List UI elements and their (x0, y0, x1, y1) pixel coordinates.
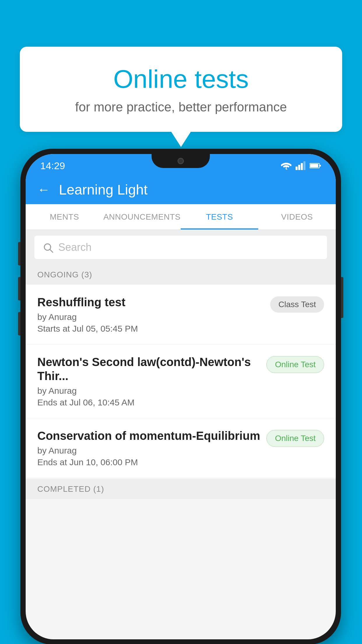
tab-videos[interactable]: VIDEOS (258, 204, 336, 230)
search-bar[interactable]: Search (34, 236, 327, 259)
test-item-1[interactable]: Reshuffling test by Anurag Starts at Jul… (26, 285, 336, 344)
status-time: 14:29 (40, 160, 65, 172)
phone-outer: 14:29 (20, 149, 341, 644)
test-author-2: by Anurag (37, 386, 261, 396)
test-time-1: Starts at Jul 05, 05:45 PM (37, 324, 264, 334)
phone-mockup: 14:29 (20, 149, 341, 644)
tests-list: Reshuffling test by Anurag Starts at Jul… (26, 285, 336, 478)
silent-button (18, 312, 20, 335)
phone-screen: 14:29 (26, 154, 336, 639)
volume-up-button (18, 242, 20, 265)
power-button (341, 277, 343, 318)
svg-rect-5 (310, 164, 318, 167)
svg-rect-3 (303, 161, 305, 170)
test-info-1: Reshuffling test by Anurag Starts at Jul… (37, 295, 270, 334)
test-badge-3: Online Test (266, 430, 324, 447)
search-icon (43, 241, 54, 253)
app-title: Learning Light (59, 182, 147, 198)
svg-rect-2 (301, 163, 303, 170)
test-name-1: Reshuffling test (37, 295, 264, 309)
tab-ments[interactable]: MENTS (26, 204, 103, 230)
completed-section-header: COMPLETED (1) (26, 479, 336, 499)
test-item-3[interactable]: Conservation of momentum-Equilibrium by … (26, 418, 336, 478)
svg-rect-6 (319, 165, 321, 167)
search-placeholder: Search (58, 241, 92, 253)
back-button[interactable]: ← (37, 182, 50, 197)
test-info-3: Conservation of momentum-Equilibrium by … (37, 429, 266, 467)
signal-icon (296, 161, 305, 170)
tab-announcements[interactable]: ANNOUNCEMENTS (103, 204, 181, 230)
battery-icon (310, 162, 321, 169)
volume-down-button (18, 277, 20, 300)
front-camera (178, 158, 184, 164)
bubble-title: Online tests (43, 64, 319, 94)
tabs-container: MENTS ANNOUNCEMENTS TESTS VIDEOS (26, 204, 336, 230)
ongoing-section-header: ONGOING (3) (26, 265, 336, 285)
svg-line-8 (50, 250, 53, 252)
speech-bubble: Online tests for more practice, better p… (20, 47, 342, 132)
tab-tests[interactable]: TESTS (181, 204, 258, 230)
test-author-3: by Anurag (37, 446, 261, 456)
status-icons (281, 161, 321, 170)
test-badge-2: Online Test (266, 356, 324, 373)
test-name-2: Newton's Second law(contd)-Newton's Thir… (37, 355, 261, 383)
speech-bubble-container: Online tests for more practice, better p… (20, 47, 342, 132)
test-time-2: Ends at Jul 06, 10:45 AM (37, 398, 261, 407)
test-info-2: Newton's Second law(contd)-Newton's Thir… (37, 355, 266, 407)
svg-rect-0 (296, 167, 298, 170)
test-time-3: Ends at Jun 10, 06:00 PM (37, 457, 261, 467)
wifi-icon (281, 162, 291, 170)
svg-point-7 (44, 244, 51, 250)
test-badge-1: Class Test (270, 296, 324, 313)
test-author-1: by Anurag (37, 312, 264, 322)
app-header: ← Learning Light (26, 175, 336, 204)
search-container: Search (26, 230, 336, 265)
test-item-2[interactable]: Newton's Second law(contd)-Newton's Thir… (26, 344, 336, 418)
test-name-3: Conservation of momentum-Equilibrium (37, 429, 261, 443)
bubble-subtitle: for more practice, better performance (43, 100, 319, 114)
svg-rect-1 (298, 165, 300, 170)
phone-notch (152, 154, 210, 168)
